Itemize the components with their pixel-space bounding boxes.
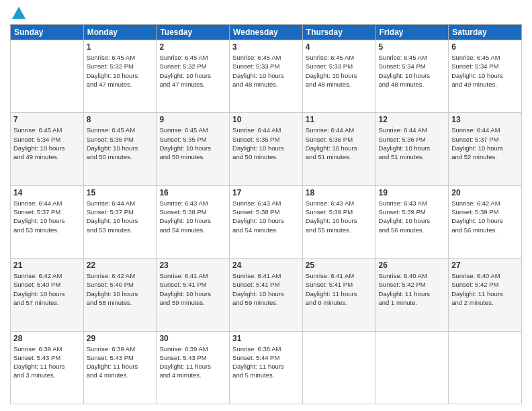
day-info: Sunrise: 6:45 AM Sunset: 5:33 PM Dayligh…: [232, 53, 300, 89]
calendar-cell: 29Sunrise: 6:39 AM Sunset: 5:43 PM Dayli…: [83, 331, 157, 404]
day-header-wednesday: Wednesday: [230, 25, 303, 40]
day-number: 12: [379, 115, 446, 124]
calendar-cell: 24Sunrise: 6:41 AM Sunset: 5:41 PM Dayli…: [230, 259, 303, 331]
calendar-cell: [302, 331, 375, 404]
day-info: Sunrise: 6:43 AM Sunset: 5:39 PM Dayligh…: [306, 199, 373, 234]
day-number: 5: [379, 42, 446, 52]
day-number: 13: [451, 115, 519, 124]
day-info: Sunrise: 6:41 AM Sunset: 5:41 PM Dayligh…: [306, 271, 373, 307]
day-info: Sunrise: 6:44 AM Sunset: 5:37 PM Dayligh…: [13, 199, 81, 234]
day-number: 7: [13, 115, 81, 124]
day-number: 24: [232, 261, 300, 270]
day-info: Sunrise: 6:42 AM Sunset: 5:40 PM Dayligh…: [13, 271, 81, 307]
day-info: Sunrise: 6:40 AM Sunset: 5:42 PM Dayligh…: [451, 271, 519, 307]
calendar-header-row: SundayMondayTuesdayWednesdayThursdayFrid…: [11, 25, 522, 40]
day-info: Sunrise: 6:40 AM Sunset: 5:42 PM Dayligh…: [379, 271, 446, 307]
day-info: Sunrise: 6:45 AM Sunset: 5:35 PM Dayligh…: [159, 126, 226, 161]
day-info: Sunrise: 6:43 AM Sunset: 5:39 PM Dayligh…: [379, 199, 446, 234]
page: SundayMondayTuesdayWednesdayThursdayFrid…: [0, 0, 532, 411]
day-info: Sunrise: 6:41 AM Sunset: 5:41 PM Dayligh…: [159, 271, 226, 307]
day-number: 3: [232, 42, 300, 52]
calendar-cell: 27Sunrise: 6:40 AM Sunset: 5:42 PM Dayli…: [449, 259, 522, 331]
day-info: Sunrise: 6:41 AM Sunset: 5:41 PM Dayligh…: [232, 271, 300, 307]
day-info: Sunrise: 6:45 AM Sunset: 5:34 PM Dayligh…: [379, 53, 446, 89]
calendar-week-row: 14Sunrise: 6:44 AM Sunset: 5:37 PM Dayli…: [11, 185, 522, 258]
day-number: 22: [87, 261, 154, 270]
calendar-cell: 14Sunrise: 6:44 AM Sunset: 5:37 PM Dayli…: [11, 185, 84, 258]
day-info: Sunrise: 6:45 AM Sunset: 5:32 PM Dayligh…: [87, 53, 154, 89]
calendar-cell: 19Sunrise: 6:43 AM Sunset: 5:39 PM Dayli…: [375, 185, 449, 258]
day-info: Sunrise: 6:42 AM Sunset: 5:40 PM Dayligh…: [87, 271, 154, 307]
day-info: Sunrise: 6:43 AM Sunset: 5:38 PM Dayligh…: [232, 199, 300, 234]
day-number: 11: [306, 115, 373, 124]
logo-triangle-icon: [12, 7, 26, 19]
day-header-friday: Friday: [375, 25, 449, 40]
day-info: Sunrise: 6:43 AM Sunset: 5:38 PM Dayligh…: [159, 199, 226, 234]
calendar-cell: 4Sunrise: 6:45 AM Sunset: 5:33 PM Daylig…: [302, 40, 375, 113]
day-info: Sunrise: 6:42 AM Sunset: 5:39 PM Dayligh…: [451, 199, 519, 234]
day-number: 29: [87, 334, 154, 343]
calendar-cell: 26Sunrise: 6:40 AM Sunset: 5:42 PM Dayli…: [375, 259, 449, 331]
calendar-cell: 11Sunrise: 6:44 AM Sunset: 5:36 PM Dayli…: [302, 113, 375, 185]
calendar-cell: [11, 40, 84, 113]
day-number: 21: [13, 261, 81, 270]
day-number: 26: [379, 261, 446, 270]
day-number: 28: [13, 334, 81, 343]
header: [10, 7, 522, 20]
day-number: 15: [87, 188, 154, 197]
day-info: Sunrise: 6:45 AM Sunset: 5:35 PM Dayligh…: [87, 126, 154, 161]
day-number: 23: [159, 261, 226, 270]
calendar-cell: 18Sunrise: 6:43 AM Sunset: 5:39 PM Dayli…: [302, 185, 375, 258]
calendar-cell: 22Sunrise: 6:42 AM Sunset: 5:40 PM Dayli…: [83, 259, 157, 331]
day-header-sunday: Sunday: [11, 25, 84, 40]
calendar-cell: [449, 331, 522, 404]
calendar-cell: 2Sunrise: 6:45 AM Sunset: 5:32 PM Daylig…: [157, 40, 230, 113]
day-number: 10: [232, 115, 300, 124]
day-number: 19: [379, 188, 446, 197]
day-info: Sunrise: 6:45 AM Sunset: 5:34 PM Dayligh…: [13, 126, 81, 161]
calendar-cell: 16Sunrise: 6:43 AM Sunset: 5:38 PM Dayli…: [157, 185, 230, 258]
calendar-cell: 7Sunrise: 6:45 AM Sunset: 5:34 PM Daylig…: [11, 113, 84, 185]
calendar-cell: 21Sunrise: 6:42 AM Sunset: 5:40 PM Dayli…: [11, 259, 84, 331]
day-number: 6: [451, 42, 519, 52]
day-number: 31: [232, 334, 300, 343]
calendar-cell: 10Sunrise: 6:44 AM Sunset: 5:35 PM Dayli…: [230, 113, 303, 185]
day-number: 8: [87, 115, 154, 124]
calendar-cell: 3Sunrise: 6:45 AM Sunset: 5:33 PM Daylig…: [230, 40, 303, 113]
day-number: 27: [451, 261, 519, 270]
calendar-week-row: 1Sunrise: 6:45 AM Sunset: 5:32 PM Daylig…: [11, 40, 522, 113]
day-info: Sunrise: 6:44 AM Sunset: 5:35 PM Dayligh…: [232, 126, 300, 161]
calendar-cell: 30Sunrise: 6:39 AM Sunset: 5:43 PM Dayli…: [157, 331, 230, 404]
day-number: 18: [306, 188, 373, 197]
calendar-cell: 6Sunrise: 6:45 AM Sunset: 5:34 PM Daylig…: [449, 40, 522, 113]
calendar-cell: 15Sunrise: 6:44 AM Sunset: 5:37 PM Dayli…: [83, 185, 157, 258]
calendar-cell: 12Sunrise: 6:44 AM Sunset: 5:36 PM Dayli…: [375, 113, 449, 185]
day-number: 2: [159, 42, 226, 52]
day-info: Sunrise: 6:44 AM Sunset: 5:37 PM Dayligh…: [451, 126, 519, 161]
day-number: 9: [159, 115, 226, 124]
calendar-week-row: 7Sunrise: 6:45 AM Sunset: 5:34 PM Daylig…: [11, 113, 522, 185]
calendar-cell: 1Sunrise: 6:45 AM Sunset: 5:32 PM Daylig…: [83, 40, 157, 113]
day-number: 25: [306, 261, 373, 270]
day-info: Sunrise: 6:45 AM Sunset: 5:34 PM Dayligh…: [451, 53, 519, 89]
calendar-cell: 5Sunrise: 6:45 AM Sunset: 5:34 PM Daylig…: [375, 40, 449, 113]
calendar-cell: [375, 331, 449, 404]
calendar-cell: 17Sunrise: 6:43 AM Sunset: 5:38 PM Dayli…: [230, 185, 303, 258]
day-number: 4: [306, 42, 373, 52]
day-info: Sunrise: 6:39 AM Sunset: 5:43 PM Dayligh…: [87, 345, 154, 380]
day-info: Sunrise: 6:44 AM Sunset: 5:37 PM Dayligh…: [87, 199, 154, 234]
day-info: Sunrise: 6:39 AM Sunset: 5:43 PM Dayligh…: [159, 345, 226, 380]
calendar-cell: 13Sunrise: 6:44 AM Sunset: 5:37 PM Dayli…: [449, 113, 522, 185]
calendar-table: SundayMondayTuesdayWednesdayThursdayFrid…: [10, 24, 522, 404]
day-number: 17: [232, 188, 300, 197]
calendar-week-row: 28Sunrise: 6:39 AM Sunset: 5:43 PM Dayli…: [11, 331, 522, 404]
day-info: Sunrise: 6:45 AM Sunset: 5:32 PM Dayligh…: [159, 53, 226, 89]
calendar-cell: 9Sunrise: 6:45 AM Sunset: 5:35 PM Daylig…: [157, 113, 230, 185]
day-header-tuesday: Tuesday: [157, 25, 230, 40]
day-number: 20: [451, 188, 519, 197]
calendar-cell: 25Sunrise: 6:41 AM Sunset: 5:41 PM Dayli…: [302, 259, 375, 331]
day-number: 14: [13, 188, 81, 197]
day-info: Sunrise: 6:38 AM Sunset: 5:44 PM Dayligh…: [232, 345, 300, 380]
day-number: 16: [159, 188, 226, 197]
logo: [10, 7, 26, 20]
